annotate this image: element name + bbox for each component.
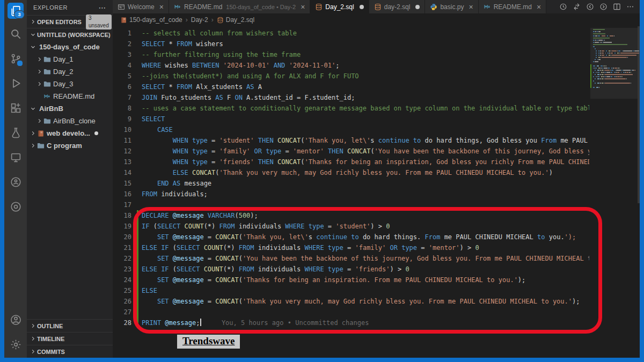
code-token: do hard things.: [359, 233, 425, 241]
section-commits[interactable]: COMMITS: [27, 345, 113, 358]
workspace-section[interactable]: UNTITLED (WORKSPACE): [27, 28, 113, 41]
minimap-segment: [596, 59, 597, 60]
action-more-actions[interactable]: [626, 3, 634, 11]
tree-item-day-3[interactable]: Day_3: [27, 78, 113, 90]
code-line[interactable]: SET @message = CONCAT('Thank you very mu…: [142, 296, 589, 307]
breadcrumb-item-day-2[interactable]: Day-2: [191, 16, 208, 24]
code-token: WHEN: [173, 158, 188, 166]
section-outline[interactable]: OUTLINE: [27, 319, 113, 332]
code-line[interactable]: --joins the(student*) and using A for AL…: [142, 71, 589, 82]
action-open-changes[interactable]: [573, 3, 581, 11]
editor[interactable]: 1234567891011121314151617181920212223242…: [113, 26, 640, 358]
activity-item-accounts[interactable]: [4, 307, 27, 332]
tab-day-2-sql[interactable]: Day_2.sql: [310, 0, 369, 13]
breadcrumb-item-150-days-of-code[interactable]: 150-days_of_code: [120, 16, 182, 24]
minimap-segment: [593, 29, 605, 30]
code-line[interactable]: END AS message: [142, 178, 589, 189]
minimap-segment: [593, 35, 595, 36]
minimap-segment: [593, 33, 605, 34]
action-navigate-back[interactable]: [586, 3, 594, 11]
tab-day-2-sql[interactable]: day-2.sql: [369, 0, 426, 13]
code-line[interactable]: -- uses a case statement to conditionall…: [142, 103, 589, 114]
minimap-segment: [593, 68, 594, 69]
code-line[interactable]: [142, 200, 589, 210]
section-timeline[interactable]: TIMELINE: [27, 332, 113, 345]
code-line[interactable]: IF (SELECT COUNT(*) FROM individuals WHE…: [142, 221, 589, 232]
code-line[interactable]: ELSE CONCAT('Thank you very much, may Go…: [142, 167, 589, 178]
code-line[interactable]: PRINT @message;You, 5 hours ago • Uncomm…: [142, 317, 589, 328]
activity-item-explorer[interactable]: 3: [4, 0, 27, 21]
activity-item-remote-explorer[interactable]: [4, 145, 27, 169]
code-line[interactable]: [142, 307, 589, 317]
tab-label: basic.py: [440, 3, 464, 11]
minimap-segment: [597, 83, 599, 84]
activity-bar: 3: [4, 0, 27, 358]
code-token: THEN: [258, 158, 274, 166]
activity-item-live-share[interactable]: [4, 169, 27, 194]
code-token: individuals: [254, 244, 305, 252]
close-icon[interactable]: ×: [159, 4, 164, 10]
minimap-line: [593, 63, 640, 64]
code-token: (: [239, 233, 243, 241]
tab-readme-md[interactable]: README.md×: [479, 0, 547, 13]
tree-item-c-program[interactable]: C program: [27, 139, 113, 152]
code-line[interactable]: SELECT * FROM Alx_students AS A: [142, 82, 589, 92]
code-line[interactable]: CASE: [142, 124, 589, 135]
code-line[interactable]: ELSE: [142, 285, 589, 296]
code-line[interactable]: WHEN type = 'friends' THEN CONCAT('Thank…: [142, 157, 589, 167]
code-line[interactable]: SET @message = CONCAT('Thanks for being …: [142, 275, 589, 285]
activity-item-run-and-debug[interactable]: [4, 71, 27, 95]
code-line[interactable]: -- selects all column from wishers table: [142, 28, 589, 39]
close-icon[interactable]: ×: [537, 4, 541, 10]
tree-item-airbnb-clone[interactable]: AirBnB_clone: [27, 115, 113, 127]
code-line[interactable]: WHEN type = 'family' OR type = 'mentor' …: [142, 146, 589, 157]
breadcrumb-item-day-2-sql[interactable]: Day_2.sql: [217, 16, 254, 24]
code-line[interactable]: ELSE IF (SELECT COUNT(*) FROM individual…: [142, 242, 589, 253]
activity-item-testing[interactable]: [4, 120, 27, 145]
code-line[interactable]: SET @message = CONCAT('You have been the…: [142, 253, 589, 264]
tree-item-airbnb[interactable]: AirBnB: [27, 102, 113, 115]
code-token: A.student_id = F.student_id;: [243, 94, 355, 101]
code-token: individuals;: [157, 190, 208, 198]
code-line[interactable]: -- further filtering using the time fram…: [142, 49, 589, 60]
tree-item-readme-md[interactable]: README.md: [27, 90, 113, 102]
tree-item-label: Day_1: [53, 55, 74, 63]
code-line[interactable]: SET @message = CONCAT('Thank you, let\'s…: [142, 232, 589, 242]
minimap[interactable]: [590, 28, 638, 355]
more-actions-icon[interactable]: ⋯: [99, 5, 107, 10]
open-editors-section[interactable]: OPEN EDITORS 3 unsaved: [27, 15, 113, 28]
tree-item-day-1[interactable]: Day_1: [27, 53, 113, 65]
code-line[interactable]: SELECT * FROM wishers: [142, 39, 589, 49]
action-split-editor[interactable]: [613, 3, 621, 11]
code-token: (: [370, 147, 374, 155]
tree-item-150-days-of-code[interactable]: 150-days_of_code: [27, 41, 113, 53]
tab-readme-md[interactable]: README.md150-days_of_code • Day-2×: [169, 0, 310, 13]
minimap-segment: [595, 83, 596, 84]
settings-icon: [10, 339, 21, 350]
code-token: (: [239, 276, 243, 284]
tab-welcome[interactable]: Welcome×: [113, 0, 169, 13]
activity-item-source-control[interactable]: [4, 46, 27, 71]
tree-item-web-develo[interactable]: web develo...: [27, 127, 113, 139]
close-icon[interactable]: ×: [469, 4, 473, 10]
code-line[interactable]: WHERE wishes BETWEEN '2024-10-01' AND '2…: [142, 60, 589, 71]
activity-item-gitlens[interactable]: [4, 194, 27, 219]
activity-item-settings[interactable]: [4, 332, 27, 357]
activity-item-extensions[interactable]: [4, 95, 27, 120]
action-navigate-forward[interactable]: [599, 3, 608, 11]
code-line[interactable]: DECLARE @message VARCHAR(500);: [142, 210, 589, 221]
line-number: 10: [113, 124, 134, 135]
code-line[interactable]: FROM individuals;: [142, 189, 589, 200]
code-line[interactable]: SELECT: [142, 114, 589, 124]
tab-basic-py[interactable]: basic.py×: [425, 0, 478, 13]
close-icon[interactable]: ×: [301, 4, 305, 10]
tree-item-day-2[interactable]: Day_2: [27, 65, 113, 78]
action-history[interactable]: [559, 3, 567, 11]
code-token: Alx_students: [192, 83, 246, 91]
activity-item-search[interactable]: [4, 21, 27, 46]
activity-badge: 3: [14, 10, 25, 19]
code-line[interactable]: ELSE IF (SELECT COUNT(*) FROM individual…: [142, 264, 589, 275]
minimap-segment: [597, 57, 598, 58]
code-line[interactable]: WHEN type = 'student' THEN CONCAT('Thank…: [142, 135, 589, 146]
code-line[interactable]: JOIN Futo_students AS F ON A.student_id …: [142, 92, 589, 103]
